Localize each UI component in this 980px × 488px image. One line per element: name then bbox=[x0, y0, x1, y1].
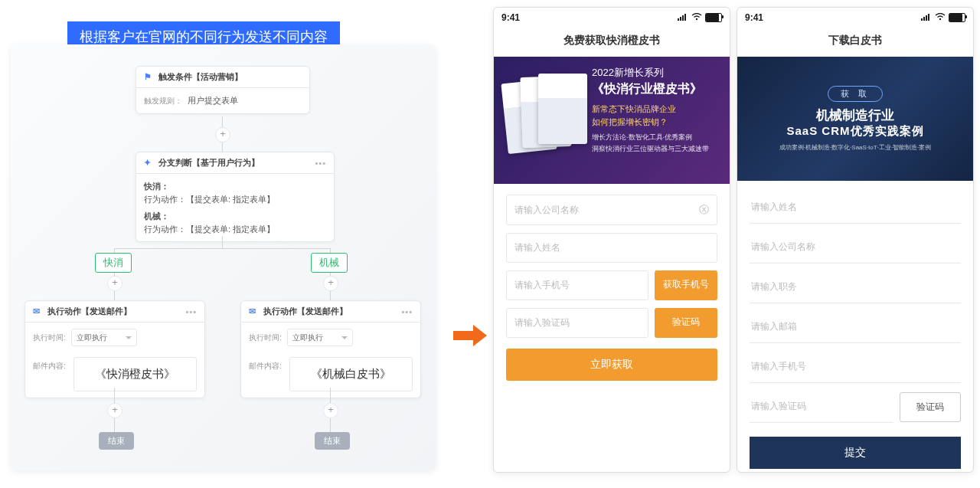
branch-group2-action: 行为动作：【提交表单: 指定表单】 bbox=[144, 223, 326, 236]
status-time: 9:41 bbox=[501, 12, 520, 23]
status-time: 9:41 bbox=[745, 12, 763, 23]
get-code-button[interactable]: 验证码 bbox=[655, 308, 717, 338]
hero-line1: 2022新增长系列 bbox=[592, 66, 719, 80]
page-title: 免费获取快消橙皮书 bbox=[494, 28, 730, 57]
clear-icon[interactable]: ⓧ bbox=[699, 203, 709, 217]
booklet-graphic bbox=[505, 66, 584, 175]
battery-icon bbox=[705, 13, 722, 22]
hero-pill: 获 取 bbox=[828, 86, 882, 102]
branch-group1-label: 快消： bbox=[144, 180, 326, 193]
svg-rect-3 bbox=[682, 15, 684, 21]
svg-rect-1 bbox=[678, 18, 679, 21]
node-exec-right[interactable]: ✉ 执行动作【发送邮件】 ••• 执行时间: 立即执行 邮件内容: 《机械白皮书… bbox=[240, 300, 421, 398]
node-trigger[interactable]: ⚑ 触发条件【活动营销】 触发规则： 用户提交表单 bbox=[136, 66, 310, 114]
arrow-icon bbox=[453, 325, 487, 346]
trigger-rule-value: 用户提交表单 bbox=[188, 96, 238, 105]
more-icon[interactable]: ••• bbox=[401, 307, 413, 316]
hero-line4: 如何把握增长密钥？ bbox=[592, 116, 719, 128]
add-step-button[interactable]: + bbox=[107, 403, 122, 418]
trigger-rule-label: 触发规则： bbox=[144, 95, 182, 106]
end-node-right: 结束 bbox=[315, 432, 350, 450]
svg-rect-8 bbox=[926, 15, 927, 21]
hero-line1: 机械制造行业 bbox=[816, 106, 894, 124]
flag-icon: ⚑ bbox=[144, 72, 154, 82]
status-bar: 9:41 bbox=[737, 8, 973, 28]
add-step-button[interactable]: + bbox=[107, 276, 122, 291]
company-placeholder: 请输入公司名称 bbox=[514, 204, 579, 217]
phone-field[interactable]: 请输入手机号 bbox=[506, 270, 648, 300]
flow-canvas: ⚑ 触发条件【活动营销】 触发规则： 用户提交表单 + ✦ 分支判断【基于用户行… bbox=[11, 44, 436, 470]
add-step-button[interactable]: + bbox=[323, 403, 338, 418]
connector bbox=[222, 236, 223, 248]
phone-preview-machinery: 9:41 下载白皮书 获 取 机械制造行业 SaaS CRM优秀实践案例 成功案… bbox=[737, 7, 974, 473]
name-field[interactable]: 请输入姓名 bbox=[506, 233, 717, 263]
exec-content-label: 邮件内容: bbox=[33, 352, 66, 391]
connector bbox=[114, 248, 330, 249]
job-field[interactable]: 请输入职务 bbox=[750, 271, 961, 303]
exec-right-title: 执行动作【发送邮件】 bbox=[263, 306, 348, 317]
branch-group1-action: 行为动作：【提交表单: 指定表单】 bbox=[144, 193, 326, 206]
company-field[interactable]: 请输入公司名称 ⓧ bbox=[506, 195, 717, 225]
exec-when-select[interactable]: 立即执行 bbox=[71, 329, 137, 346]
signal-icon bbox=[678, 12, 688, 23]
node-exec-left[interactable]: ✉ 执行动作【发送邮件】 ••• 执行时间: 立即执行 邮件内容: 《快消橙皮书… bbox=[24, 300, 205, 398]
get-code-button[interactable]: 验证码 bbox=[900, 392, 961, 422]
form: 请输入姓名 请输入公司名称 请输入职务 请输入邮箱 请输入手机号 请输入验证码 … bbox=[737, 181, 973, 473]
exec-left-title: 执行动作【发送邮件】 bbox=[47, 306, 132, 317]
exec-left-doc: 《快消橙皮书》 bbox=[74, 357, 197, 391]
exec-when-label: 执行时间: bbox=[249, 332, 282, 343]
hero-banner: 获 取 机械制造行业 SaaS CRM优秀实践案例 成功案例·机械制造·数字化·… bbox=[737, 57, 973, 181]
hero-line5a: 增长方法论·数智化工具·优秀案例 bbox=[592, 133, 719, 142]
svg-rect-4 bbox=[684, 14, 686, 21]
page-title: 下载白皮书 bbox=[737, 28, 973, 57]
more-icon[interactable]: ••• bbox=[185, 307, 197, 316]
phone-field[interactable]: 请输入手机号 bbox=[750, 351, 961, 383]
wifi-icon bbox=[935, 12, 946, 23]
exec-when-select[interactable]: 立即执行 bbox=[287, 329, 353, 346]
hero-text: 2022新增长系列 《快消行业橙皮书》 新常态下快消品牌企业 如何把握增长密钥？… bbox=[592, 66, 719, 175]
svg-rect-2 bbox=[680, 17, 681, 21]
branch-tag-right: 机械 bbox=[311, 253, 348, 273]
svg-point-10 bbox=[939, 18, 941, 20]
code-field[interactable]: 请输入验证码 bbox=[750, 391, 893, 423]
svg-marker-0 bbox=[453, 325, 487, 346]
node-branch[interactable]: ✦ 分支判断【基于用户行为】 ••• 快消： 行为动作：【提交表单: 指定表单】… bbox=[136, 152, 335, 242]
name-field[interactable]: 请输入姓名 bbox=[750, 192, 961, 224]
svg-rect-7 bbox=[923, 17, 925, 21]
signal-icon bbox=[921, 12, 932, 23]
exec-right-doc: 《机械白皮书》 bbox=[289, 357, 413, 391]
add-step-button[interactable]: + bbox=[215, 127, 230, 142]
exec-when-label: 执行时间: bbox=[33, 332, 66, 343]
hero-line3: 成功案例·机械制造·数字化·SaaS·IoT·工业·智能制造·案例 bbox=[779, 143, 932, 152]
more-icon[interactable]: ••• bbox=[315, 159, 326, 168]
hero-line2: SaaS CRM优秀实践案例 bbox=[786, 124, 923, 139]
mail-icon: ✉ bbox=[249, 306, 259, 316]
flow-diagram-panel: 根据客户在官网的不同行为发送不同内容 ⚑ 触发条件【活动营销】 触发规则： 用户… bbox=[0, 0, 441, 488]
hero-line5b: 洞察快消行业三位驱动器与三大减速带 bbox=[592, 144, 719, 154]
end-node-left: 结束 bbox=[99, 432, 134, 450]
branch-group2-label: 机械： bbox=[144, 210, 326, 223]
code-field[interactable]: 请输入验证码 bbox=[506, 308, 648, 338]
svg-rect-9 bbox=[928, 14, 929, 21]
form: 请输入公司名称 ⓧ 请输入姓名 请输入手机号 获取手机号 请输入验证码 验证码 … bbox=[494, 184, 730, 391]
hero-line2: 《快消行业橙皮书》 bbox=[592, 81, 719, 97]
node-branch-title: 分支判断【基于用户行为】 bbox=[158, 157, 260, 169]
node-trigger-title: 触发条件【活动营销】 bbox=[158, 71, 243, 83]
wifi-icon bbox=[691, 12, 702, 23]
branch-icon: ✦ bbox=[144, 158, 154, 168]
add-step-button[interactable]: + bbox=[323, 276, 338, 291]
status-bar: 9:41 bbox=[494, 8, 730, 28]
mail-icon: ✉ bbox=[33, 306, 43, 316]
branch-tag-left: 快消 bbox=[95, 253, 132, 273]
submit-button[interactable]: 立即获取 bbox=[506, 349, 717, 381]
hero-banner: 2022新增长系列 《快消行业橙皮书》 新常态下快消品牌企业 如何把握增长密钥？… bbox=[494, 57, 730, 184]
company-field[interactable]: 请输入公司名称 bbox=[750, 231, 961, 264]
battery-icon bbox=[949, 13, 965, 22]
hero-line3: 新常态下快消品牌企业 bbox=[592, 103, 719, 115]
exec-content-label: 邮件内容: bbox=[249, 352, 282, 391]
get-phone-button[interactable]: 获取手机号 bbox=[655, 270, 717, 300]
phone-preview-fmcg: 9:41 免费获取快消橙皮书 2022新增长系列 《快消行业橙皮书》 新常态下快… bbox=[493, 7, 730, 473]
svg-rect-6 bbox=[921, 18, 923, 21]
submit-button[interactable]: 提交 bbox=[750, 437, 961, 469]
email-field[interactable]: 请输入邮箱 bbox=[750, 311, 961, 343]
